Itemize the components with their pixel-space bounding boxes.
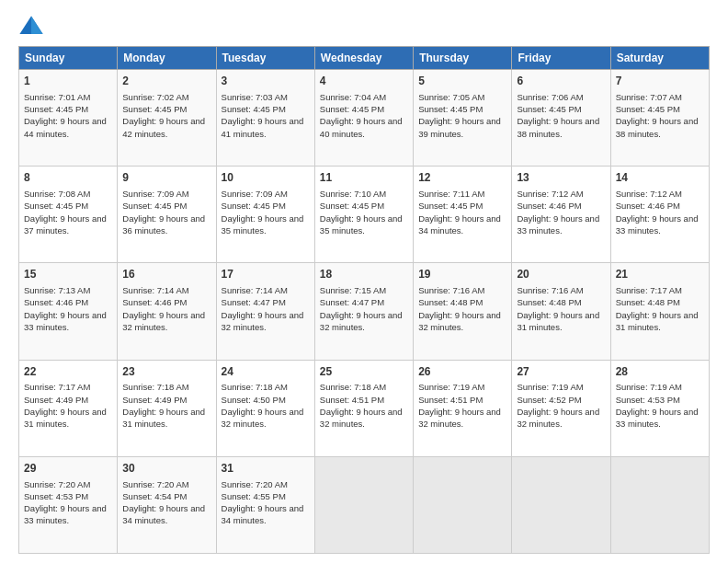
- sunrise-label: Sunrise: 7:19 AM: [616, 382, 682, 392]
- sunrise-label: Sunrise: 7:19 AM: [418, 382, 484, 392]
- sunset-label: Sunset: 4:45 PM: [24, 201, 88, 211]
- calendar-cell: 17 Sunrise: 7:14 AM Sunset: 4:47 PM Dayl…: [216, 263, 314, 360]
- sunset-label: Sunset: 4:55 PM: [222, 491, 286, 501]
- day-number: 29: [24, 461, 112, 477]
- daylight-label: Daylight: 9 hours and 33 minutes.: [24, 310, 107, 332]
- day-number: 20: [517, 267, 605, 282]
- daylight-label: Daylight: 9 hours and 34 minutes.: [222, 503, 304, 525]
- calendar-cell: 10 Sunrise: 7:09 AM Sunset: 4:45 PM Dayl…: [216, 167, 314, 263]
- sunrise-label: Sunrise: 7:18 AM: [222, 382, 288, 392]
- sunrise-label: Sunrise: 7:15 AM: [320, 285, 386, 295]
- day-number: 22: [24, 364, 112, 380]
- sunset-label: Sunset: 4:53 PM: [24, 491, 88, 501]
- sunset-label: Sunset: 4:46 PM: [122, 297, 187, 307]
- sunrise-label: Sunrise: 7:11 AM: [418, 189, 484, 199]
- calendar-cell: [314, 456, 413, 553]
- calendar-cell: 4 Sunrise: 7:04 AM Sunset: 4:45 PM Dayli…: [314, 70, 413, 167]
- sunrise-label: Sunrise: 7:09 AM: [122, 189, 188, 199]
- day-header-sunday: Sunday: [19, 47, 118, 70]
- sunset-label: Sunset: 4:45 PM: [320, 201, 384, 211]
- sunset-label: Sunset: 4:45 PM: [320, 104, 384, 114]
- day-number: 9: [122, 170, 210, 186]
- calendar-cell: 14 Sunrise: 7:12 AM Sunset: 4:46 PM Dayl…: [610, 167, 709, 263]
- sunrise-label: Sunrise: 7:13 AM: [24, 285, 90, 295]
- logo: [18, 15, 48, 37]
- sunrise-label: Sunrise: 7:03 AM: [222, 92, 288, 102]
- day-number: 28: [616, 364, 704, 380]
- day-number: 8: [24, 170, 112, 186]
- daylight-label: Daylight: 9 hours and 33 minutes.: [616, 213, 699, 236]
- day-number: 6: [517, 74, 605, 89]
- calendar-table: SundayMondayTuesdayWednesdayThursdayFrid…: [18, 46, 710, 554]
- daylight-label: Daylight: 9 hours and 32 minutes.: [418, 407, 501, 429]
- calendar-cell: 3 Sunrise: 7:03 AM Sunset: 4:45 PM Dayli…: [216, 70, 314, 167]
- sunrise-label: Sunrise: 7:08 AM: [24, 189, 90, 199]
- day-number: 18: [320, 267, 408, 282]
- sunset-label: Sunset: 4:50 PM: [222, 395, 286, 405]
- sunset-label: Sunset: 4:45 PM: [122, 104, 187, 114]
- sunrise-label: Sunrise: 7:04 AM: [320, 92, 386, 102]
- sunrise-label: Sunrise: 7:07 AM: [616, 92, 682, 102]
- sunset-label: Sunset: 4:46 PM: [24, 297, 88, 307]
- sunset-label: Sunset: 4:49 PM: [24, 395, 88, 405]
- calendar-cell: 6 Sunrise: 7:06 AM Sunset: 4:45 PM Dayli…: [512, 70, 610, 167]
- day-number: 11: [320, 170, 408, 186]
- sunrise-label: Sunrise: 7:09 AM: [222, 189, 288, 199]
- calendar-cell: 30 Sunrise: 7:20 AM Sunset: 4:54 PM Dayl…: [118, 456, 216, 553]
- calendar-cell: 23 Sunrise: 7:18 AM Sunset: 4:49 PM Dayl…: [118, 360, 216, 456]
- calendar-cell: 1 Sunrise: 7:01 AM Sunset: 4:45 PM Dayli…: [19, 70, 118, 167]
- day-number: 14: [616, 170, 704, 186]
- day-number: 23: [122, 364, 210, 380]
- logo-icon: [18, 15, 44, 37]
- day-number: 7: [616, 74, 704, 89]
- sunrise-label: Sunrise: 7:01 AM: [24, 92, 90, 102]
- sunrise-label: Sunrise: 7:12 AM: [517, 189, 583, 199]
- sunset-label: Sunset: 4:45 PM: [122, 201, 187, 211]
- day-header-thursday: Thursday: [414, 47, 512, 70]
- sunset-label: Sunset: 4:45 PM: [222, 201, 286, 211]
- daylight-label: Daylight: 9 hours and 32 minutes.: [320, 310, 403, 332]
- day-header-wednesday: Wednesday: [314, 47, 413, 70]
- daylight-label: Daylight: 9 hours and 35 minutes.: [320, 213, 403, 236]
- sunrise-label: Sunrise: 7:20 AM: [122, 479, 188, 489]
- sunrise-label: Sunrise: 7:10 AM: [320, 189, 386, 199]
- calendar-week-3: 15 Sunrise: 7:13 AM Sunset: 4:46 PM Dayl…: [19, 263, 710, 360]
- day-number: 17: [222, 267, 310, 282]
- day-number: 21: [616, 267, 704, 282]
- calendar-cell: [512, 456, 610, 553]
- day-number: 30: [122, 461, 210, 477]
- daylight-label: Daylight: 9 hours and 32 minutes.: [320, 407, 403, 429]
- daylight-label: Daylight: 9 hours and 34 minutes.: [418, 213, 501, 236]
- sunset-label: Sunset: 4:53 PM: [616, 395, 680, 405]
- calendar-week-4: 22 Sunrise: 7:17 AM Sunset: 4:49 PM Dayl…: [19, 360, 710, 456]
- sunrise-label: Sunrise: 7:02 AM: [122, 92, 188, 102]
- calendar-header-row: SundayMondayTuesdayWednesdayThursdayFrid…: [19, 47, 710, 70]
- daylight-label: Daylight: 9 hours and 32 minutes.: [222, 310, 304, 332]
- sunset-label: Sunset: 4:45 PM: [418, 104, 483, 114]
- daylight-label: Daylight: 9 hours and 39 minutes.: [418, 116, 501, 138]
- sunset-label: Sunset: 4:48 PM: [517, 297, 581, 307]
- daylight-label: Daylight: 9 hours and 31 minutes.: [24, 407, 107, 429]
- calendar-cell: 13 Sunrise: 7:12 AM Sunset: 4:46 PM Dayl…: [512, 167, 610, 263]
- day-number: 24: [222, 364, 310, 380]
- sunrise-label: Sunrise: 7:17 AM: [616, 285, 682, 295]
- daylight-label: Daylight: 9 hours and 32 minutes.: [418, 310, 501, 332]
- sunset-label: Sunset: 4:45 PM: [418, 201, 483, 211]
- page: SundayMondayTuesdayWednesdayThursdayFrid…: [0, 0, 728, 563]
- calendar-cell: 12 Sunrise: 7:11 AM Sunset: 4:45 PM Dayl…: [414, 167, 512, 263]
- day-number: 16: [122, 267, 210, 282]
- day-number: 31: [222, 461, 310, 477]
- day-number: 3: [222, 74, 310, 89]
- sunset-label: Sunset: 4:51 PM: [320, 395, 384, 405]
- sunset-label: Sunset: 4:46 PM: [616, 201, 680, 211]
- daylight-label: Daylight: 9 hours and 35 minutes.: [222, 213, 304, 236]
- calendar-cell: 21 Sunrise: 7:17 AM Sunset: 4:48 PM Dayl…: [610, 263, 709, 360]
- sunrise-label: Sunrise: 7:14 AM: [122, 285, 188, 295]
- calendar-cell: 31 Sunrise: 7:20 AM Sunset: 4:55 PM Dayl…: [216, 456, 314, 553]
- daylight-label: Daylight: 9 hours and 33 minutes.: [24, 503, 107, 525]
- calendar-cell: 29 Sunrise: 7:20 AM Sunset: 4:53 PM Dayl…: [19, 456, 118, 553]
- calendar-cell: 18 Sunrise: 7:15 AM Sunset: 4:47 PM Dayl…: [314, 263, 413, 360]
- day-number: 5: [418, 74, 506, 89]
- day-number: 12: [418, 170, 506, 186]
- sunrise-label: Sunrise: 7:20 AM: [24, 479, 90, 489]
